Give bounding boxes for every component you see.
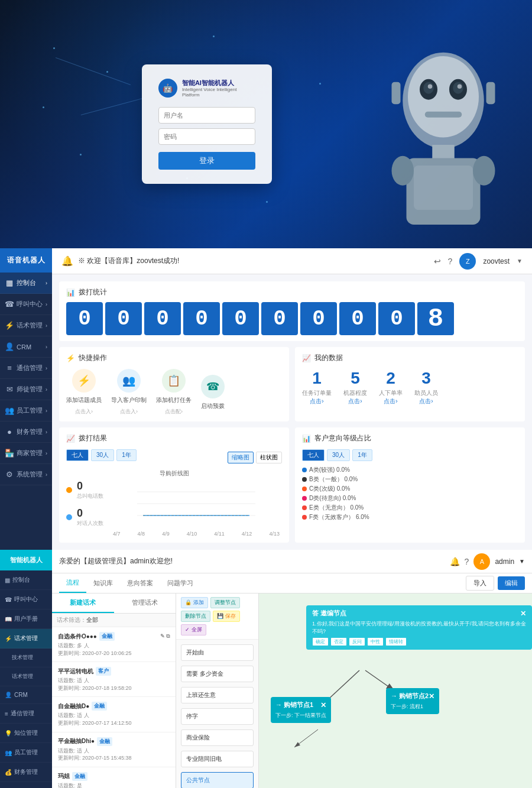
sidebar1-item-crm[interactable]: 👤 CRM › xyxy=(0,336,52,358)
back-icon[interactable]: ↩ xyxy=(434,257,441,266)
rate-link[interactable]: 点击› xyxy=(379,397,403,406)
sidebar1-brand: 语音机器人 xyxy=(0,248,52,273)
app-title: 智能AI智能机器人 xyxy=(182,79,255,87)
password-input[interactable] xyxy=(158,128,255,145)
sidebar2-user[interactable]: 📖 用户手册 xyxy=(0,609,52,629)
script-node-public[interactable]: 公共节点 xyxy=(181,772,254,788)
my-data-panel: 📈 我的数据 1 任务订单量 点击› 5 机器程度 点击› xyxy=(295,347,525,421)
script-node-stop[interactable]: 停字 xyxy=(181,708,254,725)
sidebar1-label-merchant: 商家管理 xyxy=(17,449,43,458)
sidebar2-call[interactable]: ☎ 呼叫中心 xyxy=(0,590,52,609)
flow-node-2[interactable]: → 购销节点1 ✕ 下一步: 下一结果节点 xyxy=(271,697,331,723)
tab-learning[interactable]: 问题学习 xyxy=(160,574,200,592)
tab-1year[interactable]: 1年 xyxy=(116,449,137,461)
quick-op-3-sub: 点击配› xyxy=(165,408,183,416)
s2-call-icon: ☎ xyxy=(5,596,12,603)
tab-knowledge[interactable]: 知识库 xyxy=(86,574,120,592)
sidebar1-item-script[interactable]: ⚡ 话术管理 › xyxy=(0,315,52,336)
script-node-start[interactable]: 开始由 xyxy=(181,644,254,661)
sidebar2-merchant[interactable]: 🏪 商家管理 xyxy=(0,782,52,788)
sidebar2-console[interactable]: ▦ 控制台 xyxy=(0,570,52,590)
dropdown-arrow1[interactable]: ▼ xyxy=(517,258,523,264)
option-confirm[interactable]: 确定 xyxy=(312,637,329,646)
save-btn[interactable]: 💾 保存 xyxy=(213,611,240,622)
edit-icon-1[interactable]: ✎ xyxy=(160,633,165,640)
adjust-node-btn[interactable]: 调整节点 xyxy=(210,597,240,608)
help-icon[interactable]: ? xyxy=(448,257,453,266)
sidebar1-item-console[interactable]: ▦ 控制台 › xyxy=(0,273,52,294)
flow-node-1-close[interactable]: ✕ xyxy=(520,609,526,618)
flow-node-3[interactable]: → 购销节点2 ✕ 下一步: 流程1 xyxy=(386,688,439,714)
skill-item-5[interactable]: 玛姐 金融 话题数: 是更新时间: 2020-07-01 10:40:34 xyxy=(52,767,176,788)
option-question[interactable]: 反问 xyxy=(349,637,365,646)
bell-icon2[interactable]: 🔔 xyxy=(450,557,460,566)
script-node-expert[interactable]: 专业陪同旧电 xyxy=(181,751,254,767)
skill-left-panel: 新建话术 管理话术 话术筛选：全部 自选条件O●●● 金融 ✎ ⧉ 话题数: 多… xyxy=(52,594,176,788)
sidebar1-item-mentor[interactable]: ✉ 师徒管理 › xyxy=(0,379,52,400)
skill-item-4[interactable]: 平金融抽Dhi● 金融 话题数: 适 人更新时间: 2020-07-15 15:… xyxy=(52,732,176,767)
skill-item-3[interactable]: 自金融抽D● 金融 话题数: 适 人更新时间: 2020-07-17 14:12… xyxy=(52,697,176,732)
option-neutral[interactable]: 中性 xyxy=(367,637,384,646)
sidebar2-skill[interactable]: ⚡ 话术管理 xyxy=(0,629,52,648)
option-emotion[interactable]: 情绪转 xyxy=(385,637,407,646)
add-node-btn[interactable]: 🔒 添加 xyxy=(181,597,208,608)
staff-link[interactable]: 点击› xyxy=(414,397,438,406)
tab-7[interactable]: 七人 xyxy=(66,449,89,461)
ctab-7[interactable]: 七人 xyxy=(302,449,325,461)
flow-node-3-close[interactable]: ✕ xyxy=(429,692,434,701)
quick-op-1-label: 添加话题成员 xyxy=(66,396,102,404)
s2-knowledge-icon: 💡 xyxy=(5,730,12,737)
sidebar2-comm[interactable]: ≡ 通信管理 xyxy=(0,704,52,724)
quick-op-4[interactable]: ☎ 启动预拨 xyxy=(201,375,225,410)
ctab-1year[interactable]: 1年 xyxy=(352,449,372,461)
sidebar2-knowledge[interactable]: 💡 知位管理 xyxy=(0,724,52,743)
import-button[interactable]: 导入 xyxy=(466,576,494,591)
thumbnail-view[interactable]: 缩略图 xyxy=(228,452,254,463)
username-input[interactable] xyxy=(158,107,255,124)
skill-tab-new[interactable]: 新建话术 xyxy=(52,594,114,613)
copy-icon-1[interactable]: ⧉ xyxy=(166,633,170,640)
legend-a-text: A类(较强) 0.0% xyxy=(309,466,350,474)
login-button[interactable]: 登录 xyxy=(158,152,255,170)
quick-op-1[interactable]: ⚡ 添加话题成员 点击入› xyxy=(66,369,102,416)
skill-tab-manage[interactable]: 管理话术 xyxy=(114,594,176,613)
delete-node-btn[interactable]: 删除节点 xyxy=(181,611,210,622)
sidebar1-item-call[interactable]: ☎ 呼叫中心 › xyxy=(0,294,52,315)
sidebar1-item-system[interactable]: ⚙ 系统管理 › xyxy=(0,464,52,485)
sidebar1-item-staff[interactable]: 👥 员工管理 › xyxy=(0,400,52,421)
sidebar2-skill-sub2[interactable]: 话术管理 xyxy=(0,667,52,686)
script-node-money[interactable]: 需要 多少资金 xyxy=(181,666,254,682)
s2-finance-icon: 💰 xyxy=(5,769,12,776)
script-node-work[interactable]: 上班还生意 xyxy=(181,687,254,703)
sidebar2-crm[interactable]: 👤 CRM xyxy=(0,686,52,704)
sidebar2-skill-sub[interactable]: 技术管理 xyxy=(0,648,52,667)
task-link[interactable]: 点击› xyxy=(302,397,332,406)
skill-item-1[interactable]: 自选条件O●●● 金融 ✎ ⧉ 话题数: 多 人更新时间: 2020-07-20… xyxy=(52,627,176,662)
dialog-dot xyxy=(66,514,72,520)
machine-link[interactable]: 点击› xyxy=(343,397,367,406)
flow-node-2-close[interactable]: ✕ xyxy=(320,701,326,709)
tab-flow[interactable]: 流程 xyxy=(59,573,86,593)
sidebar1-label-mentor: 师徒管理 xyxy=(17,385,43,394)
option-no[interactable]: 否定 xyxy=(330,637,347,646)
dropdown-arrow2[interactable]: ▼ xyxy=(519,558,525,565)
sidebar1-item-finance[interactable]: ● 财务管理 › xyxy=(0,421,52,443)
sidebar2-finance[interactable]: 💰 财务管理 xyxy=(0,763,52,782)
bar-view[interactable]: 柱状图 xyxy=(256,452,282,463)
top-bar1-message: ※ 欢迎【语音库】zoovtest成功! xyxy=(78,256,429,266)
sidebar1-item-comm[interactable]: ≡ 通信管理 › xyxy=(0,358,52,379)
fullscreen-btn[interactable]: ✓ 全屏 xyxy=(181,624,206,635)
tab-intent[interactable]: 意向答案 xyxy=(120,574,160,592)
quick-op-2[interactable]: 👥 导入客户印制 点击入› xyxy=(111,369,147,416)
sidebar2-staff[interactable]: 👥 员工管理 xyxy=(0,743,52,763)
ctab-30[interactable]: 30人 xyxy=(327,449,350,461)
my-data-staff: 3 助员人员 点击› xyxy=(414,369,438,406)
quick-op-3[interactable]: 📋 添加机打任务 点击配› xyxy=(156,369,192,416)
flow-node-1[interactable]: 答 邀编节点 ✕ 1.你好,我们这是中国平安仿理理端/用漫妆机的投资教的,最快从… xyxy=(306,605,532,650)
help-icon2[interactable]: ? xyxy=(465,557,469,566)
tab-30[interactable]: 30人 xyxy=(91,449,114,461)
skill-item-2[interactable]: 平平运转电机 客户 话题数: 适 人更新时间: 2020-07-18 19:58… xyxy=(52,662,176,697)
script-node-insurance[interactable]: 商业保险 xyxy=(181,729,254,746)
edit-button[interactable]: 编辑 xyxy=(498,576,525,590)
sidebar1-item-merchant[interactable]: 🏪 商家管理 › xyxy=(0,443,52,464)
